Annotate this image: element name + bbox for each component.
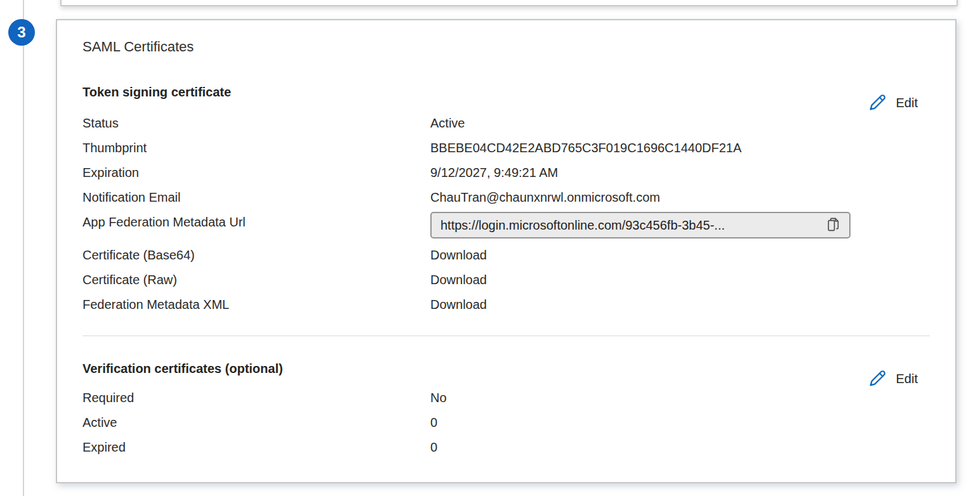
expired-count-value: 0 — [430, 439, 437, 455]
pencil-icon — [867, 93, 887, 113]
status-value: Active — [430, 115, 465, 131]
expiration-label: Expiration — [83, 164, 430, 181]
saml-certificates-card: SAML Certificates Token signing certific… — [56, 19, 957, 483]
edit-button-label: Edit — [896, 96, 918, 110]
federation-metadata-xml-row: Federation Metadata XML Download — [83, 296, 930, 313]
app-federation-metadata-url-value[interactable]: https://login.microsoftonline.com/93c456… — [440, 218, 823, 233]
notification-email-row: Notification Email ChauTran@chaunxnrwl.o… — [83, 189, 930, 206]
edit-verification-certificates-button[interactable]: Edit — [864, 367, 920, 390]
app-federation-metadata-url-label: App Federation Metadata Url — [83, 214, 246, 230]
token-signing-certificate-heading: Token signing certificate — [83, 84, 231, 100]
thumbprint-label: Thumbprint — [83, 140, 430, 156]
active-count-label: Active — [83, 414, 430, 431]
edit-button-label: Edit — [896, 372, 918, 386]
section-divider — [83, 336, 930, 336]
required-row: Required No — [83, 389, 930, 406]
expiration-row: Expiration 9/12/2027, 9:49:21 AM — [83, 164, 930, 181]
required-value: No — [430, 389, 447, 406]
pencil-icon — [867, 369, 887, 389]
certificate-base64-row: Certificate (Base64) Download — [83, 247, 930, 263]
certificate-raw-label: Certificate (Raw) — [83, 271, 430, 288]
notification-email-label: Notification Email — [83, 189, 430, 206]
active-count-row: Active 0 — [83, 414, 930, 431]
edit-token-signing-certificate-button[interactable]: Edit — [864, 91, 920, 114]
thumbprint-row: Thumbprint BBEBE04CD42E2ABD765C3F019C169… — [83, 140, 930, 156]
status-row: Status Active — [83, 115, 930, 131]
expired-count-label: Expired — [83, 439, 430, 455]
card-title: SAML Certificates — [83, 38, 194, 56]
thumbprint-value: BBEBE04CD42E2ABD765C3F019C1696C1440DF21A — [430, 140, 741, 156]
previous-step-card-bottom — [60, 0, 958, 6]
certificate-base64-label: Certificate (Base64) — [83, 247, 430, 263]
copy-button[interactable] — [823, 214, 845, 237]
notification-email-value: ChauTran@chaunxnrwl.onmicrosoft.com — [430, 189, 660, 206]
step-3-badge: 3 — [8, 19, 35, 46]
active-count-value: 0 — [430, 414, 437, 431]
expired-count-row: Expired 0 — [83, 439, 930, 455]
timeline-connector-line — [23, 0, 24, 496]
certificate-raw-row: Certificate (Raw) Download — [83, 271, 930, 288]
copy-icon — [825, 216, 843, 235]
federation-metadata-xml-label: Federation Metadata XML — [83, 296, 430, 313]
status-label: Status — [83, 115, 430, 131]
app-federation-metadata-url-field[interactable]: https://login.microsoftonline.com/93c456… — [430, 212, 851, 238]
federation-metadata-xml-download-link[interactable]: Download — [430, 296, 487, 313]
expiration-value: 9/12/2027, 9:49:21 AM — [430, 164, 558, 181]
verification-certificates-heading: Verification certificates (optional) — [83, 361, 283, 376]
certificate-raw-download-link[interactable]: Download — [430, 271, 487, 288]
required-label: Required — [83, 389, 430, 406]
certificate-base64-download-link[interactable]: Download — [430, 247, 487, 263]
